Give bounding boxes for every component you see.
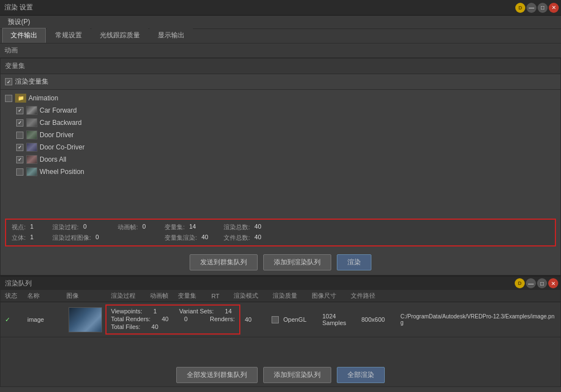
door-driver-thumb	[26, 130, 37, 139]
queue-d-button[interactable]: D	[515, 278, 525, 288]
queue-varset-sets-value: 14	[225, 308, 231, 314]
list-item[interactable]: Car Forward	[1, 104, 560, 117]
doors-all-thumb	[26, 155, 37, 164]
header-status: 状态	[5, 292, 27, 300]
title-text: 渲染 设置	[4, 3, 33, 12]
door-codriver-label: Door Co-Driver	[40, 143, 85, 151]
queue-title-bar: 渲染队列 D — □ ✕	[1, 277, 560, 290]
maximize-button[interactable]: □	[538, 3, 548, 13]
stats-col-1: 视点: 1 立体: 1	[12, 223, 41, 242]
queue-maximize-button[interactable]: □	[537, 278, 547, 288]
title-controls: D — □ ✕	[515, 3, 559, 13]
stats-row-total-renders: 渲染总数: 40	[224, 223, 265, 231]
render-prog-value: 0	[83, 223, 94, 231]
stats-row-total-files: 文件总数: 40	[224, 234, 265, 242]
doors-all-checkbox[interactable]	[16, 156, 23, 163]
header-anim: 动画帧	[150, 292, 178, 300]
doors-all-label: Doors All	[40, 156, 66, 163]
header-imgsize: 图像尺寸	[312, 292, 351, 300]
row-rt-checkbox[interactable]	[272, 316, 279, 323]
queue-varset-renders-label: Renders:	[210, 316, 235, 322]
header-image: 图像	[66, 292, 111, 300]
queue-title: 渲染队列	[5, 279, 32, 288]
total-files-label: 文件总数:	[224, 234, 250, 242]
queue-viewpoints-value: 1	[153, 308, 157, 314]
queue-viewpoints-label: Viewpoints:	[111, 308, 142, 314]
title-bar: 渲染 设置 D — □ ✕	[0, 0, 561, 16]
queue-info-files: Total Files: 40	[111, 323, 235, 330]
list-item[interactable]: Door Co-Driver	[1, 141, 560, 153]
render-varset-checkbox[interactable]	[5, 78, 12, 85]
wheel-position-checkbox[interactable]	[16, 168, 23, 176]
car-forward-label: Car Forward	[40, 107, 77, 114]
door-driver-checkbox[interactable]	[16, 132, 23, 139]
minimize-button[interactable]: —	[526, 3, 536, 13]
anim-frames-value: 0	[142, 223, 153, 231]
menu-preset[interactable]: 预设(P)	[2, 16, 36, 28]
varset-renders-label: 变量集渲染:	[165, 234, 197, 242]
header-quality: 渲染质量	[273, 292, 312, 300]
stats-col-2: 渲染过程: 0 渲染过程图像: 0	[52, 223, 107, 242]
car-forward-thumb	[26, 106, 37, 115]
stats-row-stereo: 立体: 1	[12, 234, 41, 242]
header-varset: 变量集	[178, 292, 211, 300]
queue-anim-value: 0	[184, 316, 187, 322]
row-imgsize: 800x600	[361, 316, 400, 323]
queue-title-controls: D — □ ✕	[515, 278, 558, 288]
queue-headers: 状态 名称 图像 渲染过程 动画帧 变量集 RT 渲染模式 渲染质量 图像尺寸 …	[1, 290, 560, 302]
tab-file-output[interactable]: 文件输出	[2, 28, 46, 43]
queue-minimize-button[interactable]: —	[526, 278, 536, 288]
add-queue-button[interactable]: 添加到渲染队列	[263, 254, 331, 270]
close-button[interactable]: ✕	[549, 3, 559, 13]
queue-total-files-value: 40	[152, 323, 158, 330]
header-rt: RT	[211, 293, 234, 299]
total-files-value: 40	[254, 234, 265, 242]
car-backward-thumb	[26, 118, 37, 127]
stats-col-5: 渲染总数: 40 文件总数: 40	[224, 223, 265, 242]
queue-total-files-label: Total Files:	[111, 323, 141, 330]
viewpoints-label: 视点:	[12, 223, 26, 231]
render-img-label: 渲染过程图像:	[52, 234, 91, 242]
header-name: 名称	[27, 292, 66, 300]
menu-bar: 预设(P)	[0, 16, 561, 29]
render-button[interactable]: 渲染	[337, 254, 371, 270]
animation-checkbox[interactable]	[5, 95, 12, 102]
list-item[interactable]: Doors All	[1, 153, 560, 166]
send-all-cluster-button[interactable]: 全部发送到群集队列	[176, 367, 258, 383]
stats-row-render-prog: 渲染过程: 0	[52, 223, 107, 231]
send-cluster-button[interactable]: 发送到群集队列	[190, 254, 258, 270]
list-item[interactable]: Wheel Position	[1, 166, 560, 178]
car-backward-label: Car Backward	[40, 119, 81, 127]
render-queue-panel: 渲染队列 D — □ ✕ 状态 名称 图像 渲染过程 动画帧 变量集 RT 渲染…	[0, 275, 561, 387]
car-backward-checkbox[interactable]	[16, 119, 23, 127]
queue-varset-sets-label: Variant Sets:	[179, 308, 214, 314]
render-all-button[interactable]: 全部渲染	[337, 367, 385, 383]
row-mode: OpenGL	[283, 316, 322, 323]
tab-raytracing[interactable]: 光线跟踪质量	[91, 28, 148, 43]
animation-label: Animation	[28, 94, 58, 102]
varset-renders-value: 40	[201, 234, 212, 242]
render-varset-label: 渲染变量集	[15, 77, 49, 86]
wheel-position-thumb	[26, 167, 37, 176]
tree-area: 📁 Animation Car Forward Car Backward Doo…	[1, 90, 560, 215]
varsets-value: 14	[189, 223, 200, 231]
tab-display-output[interactable]: 显示输出	[149, 28, 193, 43]
wheel-position-label: Wheel Position	[40, 168, 84, 176]
row-filepath: C:/ProgramData/Autodesk/VREDPro-12.3/Exa…	[400, 313, 556, 326]
car-forward-checkbox[interactable]	[16, 107, 23, 114]
door-codriver-checkbox[interactable]	[16, 144, 23, 151]
row-status: ✓	[5, 316, 27, 323]
tab-common-settings[interactable]: 常规设置	[47, 28, 90, 43]
folder-icon: 📁	[15, 94, 26, 103]
queue-close-button[interactable]: ✕	[548, 278, 558, 288]
stats-row-anim-frames: 动画帧: 0	[118, 223, 153, 231]
list-item[interactable]: Door Driver	[1, 129, 560, 141]
add-all-queue-button[interactable]: 添加到渲染队列	[263, 367, 331, 383]
tree-root-animation[interactable]: 📁 Animation	[1, 92, 560, 104]
tab-bar: 文件输出 常规设置 光线跟踪质量 显示输出	[0, 29, 561, 43]
varset-panel: 变量集 渲染变量集 📁 Animation Car Forward Car Ba…	[0, 58, 561, 275]
list-item[interactable]: Car Backward	[1, 117, 560, 129]
queue-render-prog-value: 40	[162, 316, 168, 322]
d-button[interactable]: D	[515, 3, 525, 13]
stats-row-render-img: 渲染过程图像: 0	[52, 234, 107, 242]
